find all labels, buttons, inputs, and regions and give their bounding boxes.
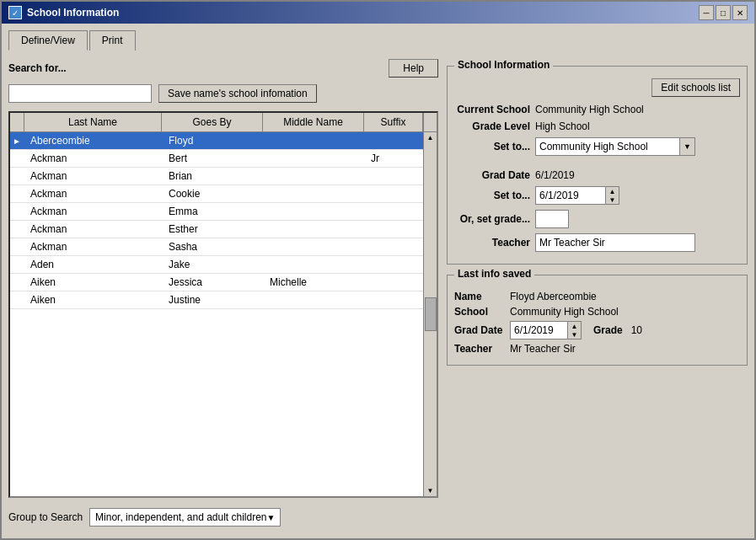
row-middle-name <box>263 203 364 220</box>
last-info-grade-label: Grade <box>593 324 623 336</box>
last-info-grad-value: 6/1/2019 <box>511 323 567 338</box>
student-table: Last Name Goes By Middle Name Suffix ► <box>8 111 438 498</box>
row-suffix <box>364 221 423 238</box>
set-date-spinner[interactable]: 6/1/2019 ▲ ▼ <box>535 186 619 205</box>
row-suffix <box>364 291 423 308</box>
window-content: Define/View Print Search for... Help Sav… <box>2 24 754 538</box>
row-goes-by: Esther <box>162 221 263 238</box>
col-arrow <box>10 113 24 131</box>
row-suffix: Jr <box>364 150 423 167</box>
table-body: ► Aberceombie Floyd Ackman Bert <box>10 132 423 496</box>
minimize-button[interactable]: ─ <box>699 5 714 20</box>
row-middle-name <box>263 150 364 167</box>
grad-date-value: 6/1/2019 <box>535 169 575 181</box>
table-row[interactable]: Ackman Sasha <box>10 238 423 256</box>
spin-up-button[interactable]: ▲ <box>606 187 619 195</box>
row-middle-name <box>263 291 364 308</box>
set-date-label: Set to... <box>454 190 530 201</box>
scrollbar[interactable]: ▲ ▼ <box>423 132 437 496</box>
col-goes-by: Goes By <box>162 113 263 131</box>
row-middle-name <box>263 168 364 184</box>
table-row[interactable]: Ackman Bert Jr <box>10 150 423 168</box>
last-info-section: Last info saved Name Floyd Aberceombie S… <box>447 275 748 366</box>
row-goes-by: Bert <box>162 150 263 167</box>
tab-define-view[interactable]: Define/View <box>8 30 88 51</box>
help-button[interactable]: Help <box>389 59 438 78</box>
row-suffix <box>364 185 423 202</box>
title-bar: ✓ School Information ─ □ ✕ <box>2 2 754 24</box>
table-row[interactable]: Aden Jake <box>10 256 423 274</box>
search-label: Search for... <box>8 62 67 74</box>
table-row[interactable]: Ackman Emma <box>10 203 423 221</box>
table-scroll-area: ► Aberceombie Floyd Ackman Bert <box>10 132 437 496</box>
set-to-school-value: Community High School <box>536 139 679 154</box>
row-middle-name: Michelle <box>263 274 364 291</box>
row-last-name: Ackman <box>24 150 162 167</box>
last-info-grad-spinner[interactable]: 6/1/2019 ▲ ▼ <box>510 321 582 340</box>
table-row[interactable]: Ackman Cookie <box>10 185 423 203</box>
row-goes-by: Floyd <box>162 132 263 149</box>
col-suffix: Suffix <box>364 113 423 131</box>
close-button[interactable]: ✕ <box>732 5 748 20</box>
row-middle-name <box>263 238 364 255</box>
last-info-spin-up[interactable]: ▲ <box>568 322 581 330</box>
tab-print[interactable]: Print <box>89 30 136 51</box>
grade-level-label: Grade Level <box>454 120 530 132</box>
row-goes-by: Cookie <box>162 185 263 202</box>
row-goes-by: Jake <box>162 256 263 273</box>
current-school-label: Current School <box>454 104 530 115</box>
window-icon: ✓ <box>8 6 22 19</box>
row-goes-by: Brian <box>162 168 263 184</box>
or-set-grade-input[interactable] <box>535 210 569 228</box>
table-row[interactable]: Ackman Esther <box>10 221 423 238</box>
set-date-row: Set to... 6/1/2019 ▲ ▼ <box>454 186 740 205</box>
row-middle-name <box>263 256 364 273</box>
row-suffix <box>364 238 423 255</box>
table-row[interactable]: Aiken Justine <box>10 291 423 309</box>
teacher-label: Teacher <box>454 237 530 249</box>
table-header-row: Last Name Goes By Middle Name Suffix <box>10 113 437 132</box>
row-arrow: ► <box>10 132 24 149</box>
table-row[interactable]: Aiken Jessica Michelle <box>10 274 423 291</box>
group-dropdown[interactable]: Minor, independent, and adult children ▼ <box>89 508 281 527</box>
left-panel: Search for... Help Save name's school in… <box>8 59 438 532</box>
set-to-school-combo[interactable]: Community High School ▼ <box>535 137 695 156</box>
row-arrow <box>10 238 24 255</box>
last-info-spin-down[interactable]: ▼ <box>568 330 581 339</box>
title-bar-left: ✓ School Information <box>8 6 119 19</box>
save-school-button[interactable]: Save name's school infomation <box>158 84 317 103</box>
row-arrow <box>10 150 24 167</box>
search-input[interactable] <box>8 84 152 103</box>
edit-schools-button[interactable]: Edit schools list <box>651 78 740 97</box>
current-school-row: Current School Community High School <box>454 104 740 115</box>
last-info-school-label: School <box>454 306 505 318</box>
last-info-grade-value: 10 <box>631 324 642 336</box>
title-buttons: ─ □ ✕ <box>699 5 748 20</box>
row-suffix <box>364 274 423 291</box>
or-set-grade-row: Or, set grade... <box>454 210 740 228</box>
table-row[interactable]: Ackman Brian <box>10 168 423 185</box>
row-middle-name <box>263 185 364 202</box>
last-info-title: Last info saved <box>454 268 534 280</box>
row-suffix <box>364 256 423 273</box>
last-info-grad-label: Grad Date <box>454 324 505 336</box>
last-info-teacher-value: Mr Teacher Sir <box>510 343 576 355</box>
last-info-teacher-label: Teacher <box>454 343 505 355</box>
set-to-school-row: Set to... Community High School ▼ <box>454 137 740 156</box>
col-middle-name: Middle Name <box>263 113 364 131</box>
row-last-name: Aiken <box>24 291 162 308</box>
row-last-name: Aberceombie <box>24 132 162 149</box>
row-suffix <box>364 168 423 184</box>
grad-date-row: Grad Date 6/1/2019 <box>454 169 740 181</box>
row-middle-name <box>263 221 364 238</box>
dropdown-arrow-icon: ▼ <box>267 513 276 522</box>
teacher-input[interactable] <box>535 233 695 252</box>
col-last-name: Last Name <box>24 113 162 131</box>
spin-down-button[interactable]: ▼ <box>606 195 619 204</box>
table-row[interactable]: ► Aberceombie Floyd <box>10 132 423 150</box>
row-last-name: Aden <box>24 256 162 273</box>
maximize-button[interactable]: □ <box>716 5 731 20</box>
last-info-teacher-row: Teacher Mr Teacher Sir <box>454 343 740 355</box>
date-spin-buttons: ▲ ▼ <box>605 187 619 204</box>
combo-dropdown-icon[interactable]: ▼ <box>679 138 694 155</box>
